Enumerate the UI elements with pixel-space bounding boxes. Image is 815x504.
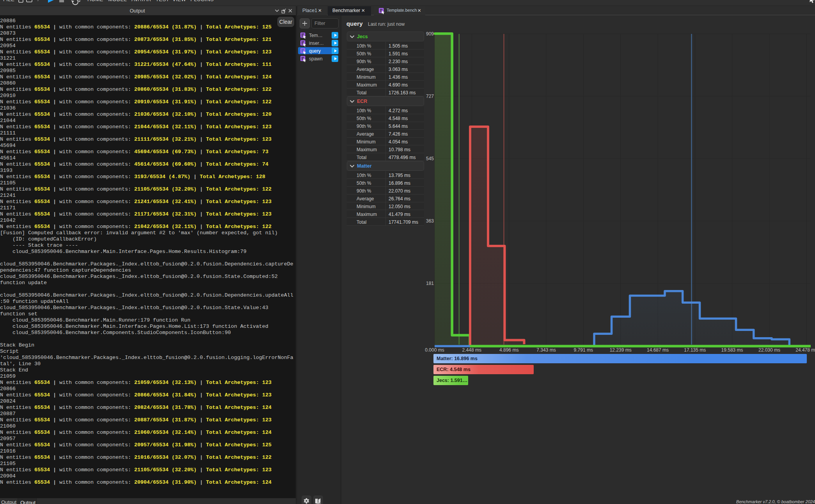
svg-text:545: 545	[426, 156, 434, 161]
svg-text:14.687 ms: 14.687 ms	[647, 347, 669, 353]
svg-text:2.448 ms: 2.448 ms	[462, 347, 481, 353]
svg-text:4.896 ms: 4.896 ms	[499, 347, 518, 353]
svg-text:19.583 ms: 19.583 ms	[721, 347, 743, 353]
svg-text:7.343 ms: 7.343 ms	[536, 347, 556, 353]
svg-text:181: 181	[426, 281, 434, 286]
svg-text:727: 727	[426, 94, 434, 99]
svg-text:9.791 ms: 9.791 ms	[574, 347, 593, 353]
svg-text:24.478 ms: 24.478 ms	[795, 347, 815, 353]
svg-text:0.000 ms: 0.000 ms	[425, 347, 444, 353]
svg-text:12.239 ms: 12.239 ms	[610, 347, 632, 353]
svg-text:22.030 ms: 22.030 ms	[758, 347, 780, 353]
svg-text:17.135 ms: 17.135 ms	[684, 347, 706, 353]
svg-text:909: 909	[426, 31, 434, 37]
svg-text:363: 363	[426, 218, 434, 224]
